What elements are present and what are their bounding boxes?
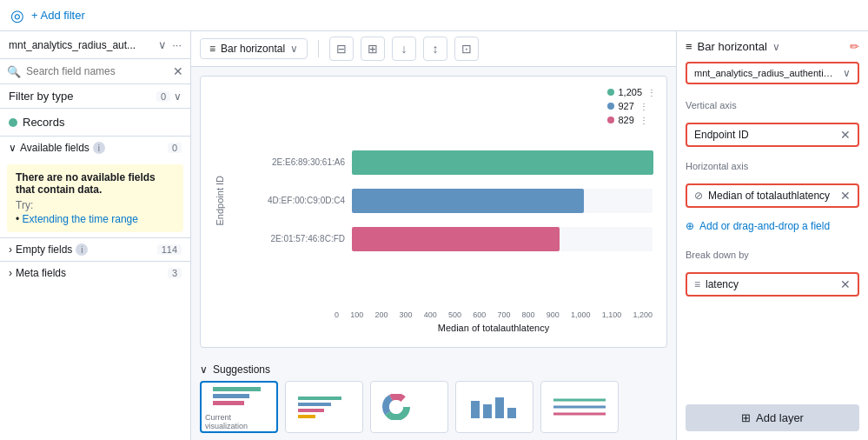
suggestion-label: Current visualization [205, 413, 273, 430]
available-count-badge: 0 [168, 143, 182, 153]
x-tick: 700 [497, 310, 510, 319]
bar-row: 2E:01:57:46:8C:FD [232, 227, 653, 251]
top-bar: ◎ + Add filter [0, 0, 868, 31]
dataset-selector[interactable]: mnt_analytics_radius_aut... ∨ ··· [0, 31, 190, 59]
app-icon: ◎ [10, 6, 24, 25]
right-panel: ≡ Bar horizontal ∨ ✏ mnt_analytics_radiu… [677, 31, 868, 440]
add-filter-button[interactable]: + Add filter [31, 9, 85, 22]
x-tick: 0 [335, 310, 339, 319]
function-icon: ⊘ [694, 190, 703, 202]
add-layer-button[interactable]: ⊞ Add layer [686, 404, 859, 431]
empty-fields-section[interactable]: › Empty fields i 114 [0, 237, 190, 261]
available-fields-label: Available fields [20, 142, 89, 154]
filter-by-type[interactable]: Filter by type 0 ∨ [0, 84, 190, 109]
info-icon: i [93, 142, 105, 154]
settings-toolbar-btn[interactable]: ⊡ [454, 37, 479, 61]
svg-rect-12 [483, 404, 492, 418]
sort-toolbar-btn[interactable]: ⊞ [361, 37, 385, 61]
chevron-down-icon: ∨ [772, 41, 780, 53]
dataset-label: mnt_analytics_radius_aut... [9, 39, 136, 51]
records-item[interactable]: Records [0, 109, 190, 137]
bar-label: 2E:01:57:46:8C:FD [232, 234, 345, 243]
edit-icon[interactable]: ✏ [850, 40, 859, 53]
x-tick: 300 [400, 310, 413, 319]
suggestion-card[interactable]: Current visualization [200, 381, 278, 433]
x-tick: 1,000 [571, 310, 591, 319]
x-tick: 1,100 [602, 310, 622, 319]
warning-box: There are no available fields that conta… [7, 164, 183, 232]
add-field-button[interactable]: ⊕ Add or drag-and-drop a field [686, 217, 859, 236]
warning-try: Try: [16, 199, 175, 211]
horizontal-axis-label: Horizontal axis [686, 161, 859, 171]
suggestions-panel: ∨ Suggestions Current visualization [191, 357, 676, 440]
breakdown-value: latency [706, 278, 739, 290]
suggestion-card[interactable] [285, 381, 363, 433]
mini-chart [464, 394, 525, 420]
vertical-axis-clear-icon[interactable]: ✕ [840, 128, 851, 142]
chevron-down-icon: ∨ [158, 38, 167, 51]
bar-track [352, 189, 653, 213]
expand-toolbar-btn[interactable]: ↕ [423, 37, 447, 61]
x-tick: 500 [448, 310, 461, 319]
search-icon: 🔍 [7, 65, 21, 78]
mini-chart [209, 383, 269, 410]
layers-icon: ⊞ [741, 411, 751, 424]
empty-count-badge: 114 [157, 244, 182, 255]
svg-rect-1 [213, 394, 249, 398]
x-tick: 600 [473, 310, 486, 319]
breakdown-field: ≡ latency ✕ [686, 272, 859, 297]
x-tick: 800 [522, 310, 535, 319]
horizontal-axis-field: ⊘ Median of totalauthlatency ✕ [686, 183, 859, 208]
meta-fields-section[interactable]: › Meta fields 3 [0, 261, 190, 284]
x-axis-labels: 01002003004005006007008009001,0001,1001,… [335, 310, 653, 319]
warning-link[interactable]: Extending the time range [23, 213, 138, 225]
plus-icon: ⊕ [686, 220, 694, 232]
legend-item: 1,205⋮ [607, 87, 656, 97]
viz-type-selector[interactable]: ≡ Bar horizontal ∨ [200, 38, 308, 59]
chevron-right-icon: › [9, 267, 12, 279]
chevron-down-icon: ∨ [200, 363, 208, 376]
dataset-config-select[interactable]: mnt_analytics_radius_authenticati... ∨ [686, 62, 859, 84]
bar-fill [352, 227, 560, 251]
suggestion-card[interactable] [455, 381, 533, 433]
mini-chart [549, 394, 610, 420]
horizontal-axis-value: Median of totalauthlatency [708, 190, 830, 202]
suggestions-header[interactable]: ∨ Suggestions [200, 363, 667, 376]
search-clear-icon[interactable]: ✕ [173, 64, 183, 78]
download-toolbar-btn[interactable]: ↓ [392, 37, 416, 61]
suggestions-list: Current visualization [200, 381, 667, 433]
suggestions-label: Suggestions [213, 363, 270, 376]
chevron-down-icon: ∨ [843, 67, 851, 79]
svg-rect-4 [298, 403, 331, 406]
vertical-axis-label: Vertical axis [686, 100, 859, 110]
svg-rect-14 [507, 408, 516, 418]
breakdown-clear-icon[interactable]: ✕ [840, 277, 851, 291]
available-fields-header[interactable]: ∨ Available fields i 0 [0, 137, 190, 159]
empty-fields-label: Empty fields [16, 243, 72, 256]
mini-chart [379, 394, 440, 420]
right-panel-header: ≡ Bar horizontal ∨ ✏ [686, 40, 859, 53]
legend-label: 1,205 [618, 87, 642, 97]
x-axis: 01002003004005006007008009001,0001,1001,… [215, 310, 653, 319]
chart-area: 1,205⋮927⋮829⋮ Endpoint ID 2E:E6:89:30:6… [200, 76, 667, 348]
horizontal-axis-clear-icon[interactable]: ✕ [840, 189, 851, 203]
suggestion-card[interactable] [370, 381, 448, 433]
right-panel-title-label: Bar horizontal [698, 40, 767, 53]
chevron-down-icon: ∨ [174, 90, 182, 103]
breakdown-icon: ≡ [694, 278, 700, 290]
bar-label: 4D:EF:00:C9:0D:C4 [232, 196, 345, 205]
chevron-right-icon: › [9, 243, 12, 256]
info-icon: i [76, 243, 88, 256]
meta-count-badge: 3 [168, 268, 182, 278]
svg-rect-0 [213, 387, 261, 391]
x-tick: 100 [350, 310, 363, 319]
svg-rect-6 [298, 415, 315, 418]
bar-fill [352, 189, 584, 213]
mini-chart [294, 394, 354, 420]
more-icon[interactable]: ··· [172, 38, 182, 51]
search-input[interactable] [26, 65, 168, 77]
svg-rect-13 [495, 397, 504, 418]
suggestion-card[interactable] [540, 381, 619, 433]
filter-toolbar-btn[interactable]: ⊟ [329, 37, 354, 61]
search-box: 🔍 ✕ [0, 59, 190, 84]
